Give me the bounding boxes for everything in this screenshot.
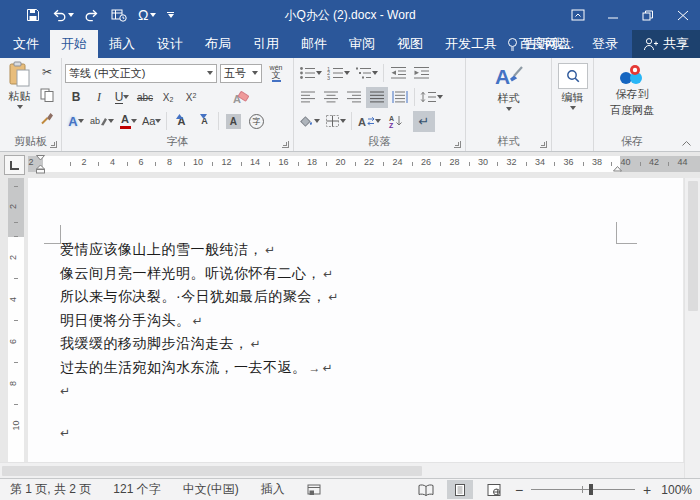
- sort-button[interactable]: AZ: [384, 111, 406, 132]
- horizontal-scrollbar[interactable]: [0, 462, 684, 478]
- line-spacing-button[interactable]: [418, 87, 445, 108]
- align-center-button[interactable]: [320, 87, 342, 108]
- tab-selector-button[interactable]: [4, 155, 25, 175]
- cut-button[interactable]: ✂: [36, 61, 58, 82]
- magnifier-icon: [565, 68, 581, 84]
- styles-dropdown-icon[interactable]: [506, 107, 512, 111]
- increase-indent-button[interactable]: [410, 63, 432, 84]
- highlight-button[interactable]: ab: [88, 111, 116, 132]
- phonetic-guide-button[interactable]: wén文: [265, 63, 287, 84]
- ruler-number: 36: [563, 158, 573, 167]
- numbering-button[interactable]: 123: [325, 63, 352, 84]
- ruler-tick: [383, 162, 384, 166]
- close-button[interactable]: [665, 0, 700, 30]
- superscript-button[interactable]: X2: [180, 87, 202, 108]
- tab-references[interactable]: 引用: [242, 30, 290, 58]
- styles-button[interactable]: A 样式: [469, 63, 548, 111]
- read-mode-button[interactable]: [413, 480, 439, 499]
- bullets-button[interactable]: [297, 63, 324, 84]
- share-button[interactable]: 共享: [632, 30, 700, 58]
- edit-dropdown-icon[interactable]: [570, 106, 576, 110]
- change-case-button[interactable]: Aa: [140, 111, 163, 132]
- insert-mode-indicator[interactable]: 插入: [261, 481, 285, 498]
- align-left-button[interactable]: [297, 87, 319, 108]
- shading-button[interactable]: [297, 111, 322, 132]
- text-effects-button[interactable]: A: [65, 111, 87, 132]
- zoom-out-button[interactable]: −: [515, 483, 523, 497]
- print-layout-button[interactable]: [447, 480, 473, 499]
- underline-button[interactable]: U: [111, 87, 133, 108]
- bold-button[interactable]: B: [65, 87, 87, 108]
- zoom-level[interactable]: 100%: [661, 483, 692, 497]
- horizontal-ruler[interactable]: 2 24681012141618202224262830323436384042…: [28, 156, 700, 172]
- tab-design[interactable]: 设计: [146, 30, 194, 58]
- vertical-ruler[interactable]: 2 246810: [8, 178, 24, 462]
- tab-home[interactable]: 开始: [50, 30, 98, 58]
- font-size-combo[interactable]: 五号: [220, 64, 262, 83]
- ruler-number: 8: [167, 158, 172, 167]
- format-painter-button[interactable]: [36, 107, 58, 128]
- right-indent-marker[interactable]: [613, 166, 622, 172]
- character-shading-button[interactable]: A: [222, 111, 244, 132]
- multilevel-list-button[interactable]: [353, 63, 380, 84]
- tab-mailings[interactable]: 邮件: [290, 30, 338, 58]
- vertical-scrollbar-thumb[interactable]: [688, 181, 698, 311]
- clipboard-dialog-launcher[interactable]: [50, 141, 57, 148]
- font-name-combo[interactable]: 等线 (中文正文): [65, 64, 217, 83]
- clear-formatting-button[interactable]: A: [229, 87, 251, 108]
- hanging-indent-marker[interactable]: [36, 165, 45, 174]
- justify-button[interactable]: [366, 87, 388, 108]
- align-right-button[interactable]: [343, 87, 365, 108]
- styles-dialog-launcher[interactable]: [540, 141, 547, 148]
- grow-font-button[interactable]: A: [170, 111, 192, 132]
- collapse-ribbon-button[interactable]: [681, 140, 692, 147]
- zoom-slider[interactable]: [531, 484, 635, 495]
- shrink-font-button[interactable]: A: [193, 111, 215, 132]
- ribbon-display-options-icon[interactable]: [560, 0, 595, 30]
- minimize-button[interactable]: [595, 0, 630, 30]
- page-indicator[interactable]: 第 1 页, 共 2 页: [10, 481, 91, 498]
- restore-button[interactable]: [630, 0, 665, 30]
- tab-developer[interactable]: 开发工具: [434, 30, 508, 58]
- tab-layout[interactable]: 布局: [194, 30, 242, 58]
- decrease-indent-button[interactable]: [387, 63, 409, 84]
- font-color-button[interactable]: A: [117, 111, 139, 132]
- web-layout-button[interactable]: [481, 480, 507, 499]
- paragraph-dialog-launcher[interactable]: [454, 141, 461, 148]
- subscript-button[interactable]: X2: [157, 87, 179, 108]
- tab-view[interactable]: 视图: [386, 30, 434, 58]
- enclose-characters-button[interactable]: 字: [245, 111, 267, 132]
- ruler-number: 18: [307, 158, 317, 167]
- document-page[interactable]: 爱情应该像山上的雪一般纯洁，↵像云间月亮一样光明。听说你怀有二心，↵所以来与你决…: [28, 178, 683, 462]
- zoom-in-button[interactable]: +: [643, 483, 651, 497]
- horizontal-scrollbar-thumb[interactable]: [2, 466, 422, 476]
- copy-button[interactable]: [36, 84, 58, 105]
- underline-dropdown-icon[interactable]: [123, 95, 129, 99]
- word-count[interactable]: 121 个字: [113, 481, 160, 498]
- sign-in-button[interactable]: 登录: [582, 35, 628, 53]
- tell-me-button[interactable]: 告诉我...: [498, 35, 582, 53]
- strikethrough-button[interactable]: abc: [134, 87, 156, 108]
- lightbulb-icon: [506, 37, 519, 52]
- language-indicator[interactable]: 中文(中国): [183, 481, 239, 498]
- first-line-indent-marker[interactable]: [36, 155, 45, 161]
- macro-record-button[interactable]: [307, 484, 321, 496]
- line-text: 过去的生活宛如沟水东流，一去不返。: [60, 359, 307, 375]
- zoom-slider-thumb[interactable]: [589, 484, 593, 495]
- borders-button[interactable]: [323, 111, 348, 132]
- distribute-button[interactable]: [389, 87, 411, 108]
- asian-layout-button[interactable]: A: [355, 111, 383, 132]
- tab-insert[interactable]: 插入: [98, 30, 146, 58]
- font-name-value: 等线 (中文正文): [69, 66, 145, 81]
- italic-button[interactable]: I: [88, 87, 110, 108]
- show-hide-marks-button[interactable]: ↵: [413, 111, 435, 132]
- font-dialog-launcher[interactable]: [282, 141, 289, 148]
- paste-dropdown-icon[interactable]: [17, 105, 23, 109]
- paste-button[interactable]: 粘贴: [3, 61, 36, 128]
- save-to-baidu-button[interactable]: 保存到 百度网盘: [597, 63, 667, 118]
- tab-file[interactable]: 文件: [2, 30, 50, 58]
- window-controls: [560, 0, 700, 30]
- tab-review[interactable]: 审阅: [338, 30, 386, 58]
- vertical-scrollbar[interactable]: [684, 178, 700, 478]
- edit-button[interactable]: 编辑: [555, 63, 590, 110]
